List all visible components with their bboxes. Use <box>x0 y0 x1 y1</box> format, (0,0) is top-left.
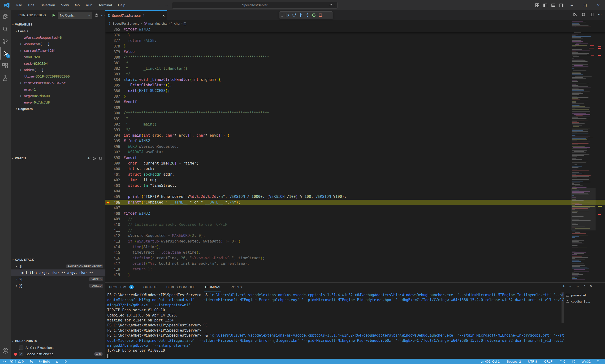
menu-run[interactable]: Run <box>83 0 95 10</box>
account-icon[interactable] <box>0 345 11 357</box>
chevron-down-icon[interactable]: ⌄ <box>334 4 335 7</box>
tab-ports[interactable]: PORTS <box>231 283 242 291</box>
line-number[interactable]: 396 <box>105 145 120 149</box>
add-expression-icon[interactable]: + <box>88 156 90 161</box>
code-editor[interactable]: 376 }377 return FALSE;378}379#else380/**… <box>105 27 605 283</box>
split-editor-icon[interactable] <box>590 13 594 16</box>
tab-speedtestserver[interactable]: C SpeedTestServer.c 4 ✕ <box>105 10 167 20</box>
line-number[interactable]: 416 <box>105 256 120 260</box>
more-actions-icon[interactable]: ··· <box>576 284 579 288</box>
variable-addr[interactable]: ›addr = {...} <box>11 67 105 73</box>
close-button[interactable]: ✕ <box>592 0 605 10</box>
minimize-button[interactable]: ─ <box>565 0 579 10</box>
variable-timeStruct[interactable]: ›timeStruct = 0x7513475c <box>11 80 105 86</box>
toggle-sidebar-icon[interactable] <box>541 2 549 9</box>
feedback-smiley[interactable] <box>570 359 577 364</box>
line-number[interactable]: 387 <box>105 94 120 99</box>
debug-launch-status[interactable] <box>28 359 35 364</box>
extensions-icon[interactable] <box>0 60 11 72</box>
line-number[interactable]: 417 <box>105 262 120 266</box>
terminal-item-powershell[interactable]: powershell <box>566 292 604 298</box>
maximize-button[interactable]: ▢ <box>579 0 592 10</box>
explorer-icon[interactable] <box>0 10 11 23</box>
menu-edit[interactable]: Edit <box>25 0 37 10</box>
line-number[interactable]: 399 <box>105 161 120 166</box>
language-mode[interactable]: { } C <box>557 359 567 364</box>
line-number[interactable]: 389 <box>105 106 120 110</box>
search-icon[interactable] <box>0 23 11 35</box>
breakpoint-file[interactable]: ✓ SpeedTestServer.c 406 <box>11 351 105 357</box>
breakpoints-header[interactable]: › BREAKPOINTS <box>11 338 105 344</box>
line-number[interactable]: 383 <box>105 72 120 76</box>
variables-section-header[interactable]: › VARIABLES <box>11 21 105 28</box>
menu-file[interactable]: File <box>13 0 25 10</box>
line-number[interactable]: 380 <box>105 55 120 60</box>
line-number[interactable]: 376 <box>105 33 120 37</box>
sticky-scroll-line[interactable]: 365#ifdef WIN32 <box>105 27 605 32</box>
line-number[interactable]: 398 <box>105 156 120 160</box>
stack-thread-2[interactable]: › [2] PAUSED <box>11 276 105 283</box>
variable-sock[interactable]: sock = 6291304 <box>11 60 105 67</box>
line-number[interactable]: 405 <box>105 195 120 199</box>
terminal-profile-chevron-icon[interactable]: ⌄ <box>569 285 571 288</box>
forward-arrow-icon[interactable]: → <box>164 3 168 8</box>
tab-terminal[interactable]: TERMINAL <box>205 283 221 291</box>
line-number[interactable]: 381 <box>105 61 120 65</box>
line-number[interactable]: 404 <box>105 189 120 193</box>
customize-layout-icon[interactable] <box>533 2 541 9</box>
menu-help[interactable]: Help <box>115 0 128 10</box>
start-debugging-icon[interactable] <box>51 13 56 17</box>
cursor-position[interactable]: Ln 406, Col 1 <box>479 359 502 364</box>
notifications-bell[interactable] <box>594 359 602 364</box>
testing-icon[interactable] <box>0 72 11 84</box>
collapse-all-icon[interactable] <box>99 157 102 160</box>
menu-terminal[interactable]: Terminal <box>95 0 115 10</box>
minimap[interactable] <box>571 20 595 283</box>
source-control-icon[interactable] <box>0 35 11 47</box>
line-number[interactable]: 392 <box>105 122 120 127</box>
line-number[interactable]: 418 <box>105 267 120 272</box>
line-number[interactable]: 407 <box>105 206 120 210</box>
variable-argv[interactable]: ›argv = 0x7d8400 <box>11 93 105 99</box>
circle-slash-icon[interactable] <box>92 157 96 160</box>
line-number[interactable]: 388 <box>105 100 120 104</box>
line-number[interactable]: 385 <box>105 83 120 88</box>
toggle-secondary-sidebar-icon[interactable] <box>557 2 565 9</box>
encoding[interactable]: UTF-8 <box>526 359 539 364</box>
menu-selection[interactable]: Selection <box>37 0 58 10</box>
step-out-button[interactable] <box>304 12 310 18</box>
checkbox-unchecked[interactable] <box>19 346 23 350</box>
back-arrow-icon[interactable]: ← <box>157 3 161 8</box>
breakpoint-current-icon[interactable] <box>106 200 111 205</box>
line-number[interactable]: 408 <box>105 211 120 216</box>
new-terminal-icon[interactable]: + <box>562 284 565 289</box>
line-number[interactable]: 386 <box>105 89 120 93</box>
run-file-icon[interactable] <box>573 12 577 16</box>
line-number[interactable]: 402 <box>105 178 120 182</box>
toolbar-drag-handle[interactable] <box>280 12 284 18</box>
build-task-button[interactable]: Build <box>37 359 52 364</box>
line-number[interactable]: 379 <box>105 50 120 54</box>
checkbox-checked[interactable]: ✓ <box>19 352 23 356</box>
stack-frame-main[interactable]: main(int argc, char ** argv, char ** <box>11 270 105 276</box>
line-number[interactable]: 413 <box>105 239 120 244</box>
line-number[interactable]: 378 <box>105 44 120 49</box>
maximize-panel-icon[interactable]: ⌃ <box>583 285 586 288</box>
terminal-output[interactable]: PS C:\Work\emNet\Windows\IP\SpeedTestSer… <box>107 293 563 358</box>
line-number[interactable]: 400 <box>105 167 120 171</box>
line-number[interactable]: 415 <box>105 250 120 255</box>
line-number[interactable]: 390 <box>105 111 120 115</box>
line-number[interactable]: 395 <box>105 139 120 143</box>
variable-envp[interactable]: ›envp = 0x7dc7d8 <box>11 99 105 105</box>
line-number[interactable]: 410 <box>105 223 120 227</box>
more-actions-icon[interactable]: ··· <box>598 12 602 16</box>
line-number[interactable]: 394 <box>105 133 120 138</box>
run-task-button[interactable] <box>62 359 69 364</box>
tab-problems[interactable]: PROBLEMS 4 <box>109 283 134 291</box>
close-panel-icon[interactable]: ✕ <box>590 284 593 289</box>
variable-s[interactable]: s = 401920 <box>11 54 105 60</box>
eol-sequence[interactable]: CRLF <box>542 359 554 364</box>
variable-wsaData[interactable]: ›wsaData = {...} <box>11 41 105 47</box>
refresh-icon[interactable] <box>329 3 333 7</box>
variable-ltime[interactable]: ltime = 35184372088832000 <box>11 73 105 80</box>
